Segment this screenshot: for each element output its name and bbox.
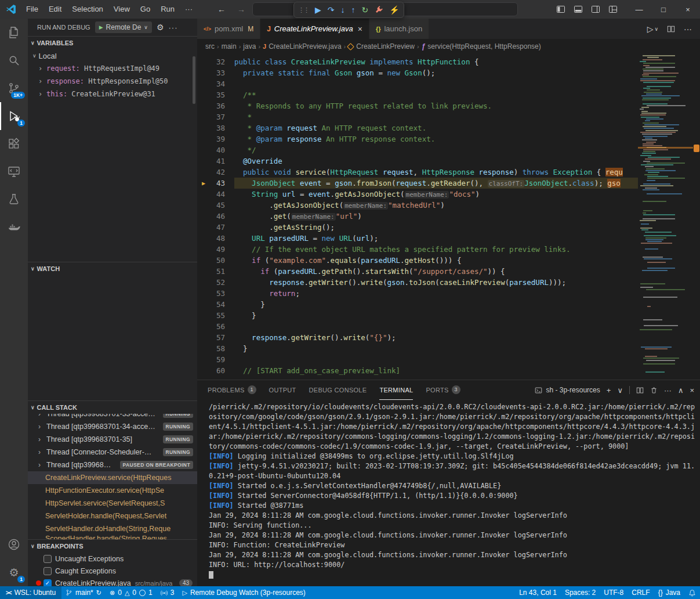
variable-row[interactable]: ›request: HttpRequestImpl@49 — [28, 62, 197, 75]
breakpoint-checkbox[interactable]: ✓ — [43, 579, 52, 587]
line-number[interactable]: 57 — [210, 332, 225, 343]
breakpoint-gutter[interactable] — [197, 56, 210, 67]
thread-row[interactable]: ›Thread [qtp399683701-33-acce…RUNNING — [28, 414, 197, 420]
debug-status[interactable]: ▷ Remote Debug Watch (3p-resources) — [178, 586, 309, 599]
watch-section-header[interactable]: ∨ WATCH — [28, 262, 197, 275]
line-number[interactable]: 56 — [210, 321, 225, 332]
code-line[interactable]: 40 */ — [197, 145, 638, 156]
code-line[interactable]: 36 * Responds to any HTTP request relate… — [197, 100, 638, 111]
breakpoint-gutter[interactable] — [197, 321, 210, 332]
activity-item-docker[interactable] — [0, 214, 28, 241]
chevron-right-icon[interactable]: › — [38, 414, 46, 418]
line-number[interactable]: 59 — [210, 354, 225, 365]
breakpoint-gutter[interactable] — [197, 100, 210, 111]
breadcrumb-main[interactable]: main — [222, 42, 237, 50]
code-text[interactable]: * Responds to any HTTP request related t… — [234, 100, 638, 111]
chevron-right-icon[interactable]: › — [38, 77, 46, 85]
minimize-button[interactable]: — — [627, 0, 651, 19]
tab-createlinkpreview-java[interactable]: J CreateLinkPreview.java × — [260, 19, 369, 39]
activity-item-account[interactable] — [0, 531, 28, 558]
breakpoint-gutter[interactable] — [197, 299, 210, 310]
line-number[interactable]: 39 — [210, 133, 225, 145]
branch-indicator[interactable]: main* ↻ — [61, 586, 106, 599]
breakpoint-gutter[interactable] — [197, 167, 210, 178]
breakpoint-gutter[interactable] — [197, 67, 210, 78]
line-number[interactable]: 47 — [210, 222, 225, 233]
code-line[interactable]: 44 String url = event.getAsJsonObject(me… — [197, 189, 638, 200]
code-text[interactable]: */ — [234, 145, 638, 156]
chevron-right-icon[interactable]: › — [38, 90, 46, 98]
line-col-indicator[interactable]: Ln 43, Col 1 — [515, 586, 561, 599]
chevron-right-icon[interactable]: › — [38, 423, 46, 431]
code-line[interactable]: 35 /** — [197, 89, 638, 100]
breakpoint-gutter[interactable] — [197, 156, 210, 167]
activity-item-remote-explorer[interactable] — [0, 158, 28, 186]
activity-item-testing[interactable] — [0, 186, 28, 214]
line-number[interactable]: 50 — [210, 255, 225, 266]
breadcrumb-src[interactable]: src — [205, 42, 215, 50]
breakpoint-row[interactable]: Caught Exceptions — [28, 565, 197, 577]
stack-frame-row[interactable]: HttpServlet.service(ServletRequest,S — [28, 497, 197, 510]
current-line-arrow-icon[interactable]: ▶ — [197, 178, 210, 189]
code-text[interactable]: .getAsJsonObject(memberName:"matchedUrl"… — [234, 200, 638, 211]
breakpoint-gutter[interactable] — [197, 365, 210, 376]
code-line[interactable]: 53 return; — [197, 288, 638, 299]
line-number[interactable]: 48 — [210, 233, 225, 244]
split-editor-button[interactable] — [667, 25, 675, 33]
breakpoint-gutter[interactable] — [197, 332, 210, 343]
chevron-right-icon[interactable]: › — [38, 64, 46, 73]
code-line[interactable]: 39 * @param response An HTTP response co… — [197, 133, 638, 145]
terminal-session-label[interactable]: sh - 3p-resources — [535, 386, 600, 394]
breakpoint-gutter[interactable] — [197, 343, 210, 354]
code-line[interactable]: 32public class CreateLinkPreview impleme… — [197, 56, 638, 67]
close-tab-icon[interactable]: × — [358, 24, 362, 34]
breakpoints-section-header[interactable]: ∨ BREAKPOINTS — [28, 540, 197, 553]
toggle-sidebar-button[interactable] — [556, 5, 565, 14]
menu-go[interactable]: Go — [135, 0, 155, 19]
tab-pom-xml[interactable]: </> pom.xml M — [197, 19, 260, 39]
kill-terminal-button[interactable] — [650, 387, 658, 394]
panel-tab-terminal[interactable]: TERMINAL — [379, 380, 413, 400]
split-terminal-button[interactable] — [636, 387, 644, 394]
line-number[interactable]: 55 — [210, 310, 225, 321]
variables-scope-local[interactable]: ∨ Local — [28, 49, 197, 62]
code-text[interactable]: } — [234, 310, 638, 321]
variable-row[interactable]: ›response: HttpResponseImpl@50 — [28, 75, 197, 88]
code-line[interactable]: 60 // [START add_ons_case_preview_link] — [197, 365, 638, 376]
language-indicator[interactable]: {}Java — [654, 586, 684, 599]
activity-item-run-debug[interactable]: 1 — [0, 102, 28, 130]
menu-view[interactable]: View — [108, 0, 135, 19]
line-number[interactable]: 35 — [210, 89, 225, 100]
breakpoint-gutter[interactable] — [197, 145, 210, 156]
code-text[interactable]: /** — [234, 89, 638, 100]
breakpoint-row[interactable]: Uncaught Exceptions — [28, 553, 197, 565]
code-line[interactable]: 54 } — [197, 299, 638, 310]
code-text[interactable]: if (parsedURL.getPath().startsWith("/sup… — [234, 266, 638, 277]
breakpoint-gutter[interactable] — [197, 233, 210, 244]
code-text[interactable]: public class CreateLinkPreview implement… — [234, 56, 638, 67]
sidebar-scrollbar[interactable] — [193, 56, 195, 104]
panel-tab-debug-console[interactable]: DEBUG CONSOLE — [309, 380, 367, 400]
launch-config-select[interactable]: ▶ Remote De ∨ — [95, 21, 152, 33]
code-line[interactable]: 46 .get(memberName:"url") — [197, 211, 638, 222]
thread-row[interactable]: ›Thread [qtp399683701-34-acce…RUNNING — [28, 420, 197, 433]
code-line[interactable]: 33 private static final Gson gson = new … — [197, 67, 638, 78]
code-text[interactable]: return; — [234, 288, 638, 299]
thread-row[interactable]: ›Thread [qtp399683701-35]RUNNING — [28, 433, 197, 446]
breakpoint-gutter[interactable] — [197, 211, 210, 222]
code-text[interactable]: } — [234, 299, 638, 310]
customize-layout-button[interactable] — [608, 5, 618, 14]
panel-tab-problems[interactable]: PROBLEMS1 — [208, 380, 256, 400]
code-line[interactable]: 55 } — [197, 310, 638, 321]
code-text[interactable] — [234, 354, 638, 365]
breadcrumb-method[interactable]: ƒservice(HttpRequest, HttpResponse) — [422, 42, 541, 50]
code-line[interactable]: 58 } — [197, 343, 638, 354]
activity-item-explorer[interactable] — [0, 19, 28, 46]
code-line[interactable]: 37 * — [197, 111, 638, 122]
stack-frame-row[interactable]: ServletHandler.doHandle(String,Reque — [28, 522, 197, 535]
close-panel-icon[interactable]: × — [690, 387, 694, 394]
code-text[interactable]: .getAsString(); — [234, 222, 638, 233]
line-number[interactable]: 53 — [210, 288, 225, 299]
maximize-panel-icon[interactable]: ∧ — [678, 387, 684, 394]
line-number[interactable]: 33 — [210, 67, 225, 78]
